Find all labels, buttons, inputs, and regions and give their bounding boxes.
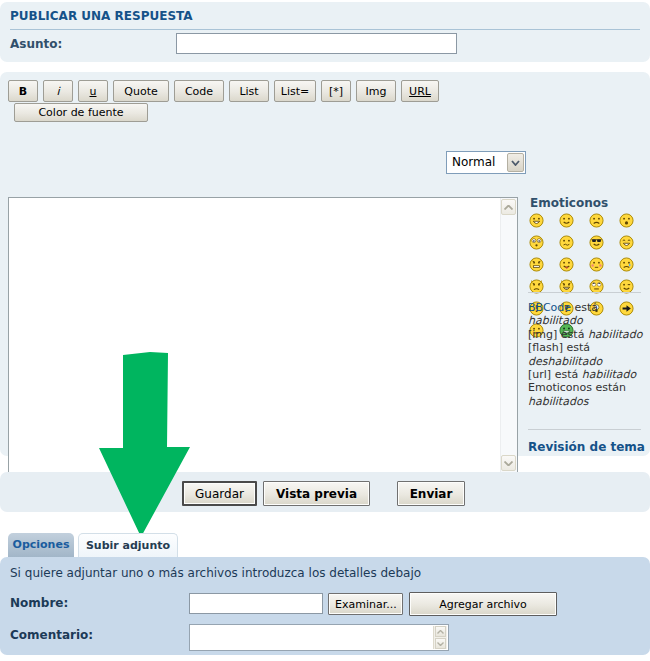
topic-review-link[interactable]: Revisión de tema: [528, 440, 645, 454]
bbcode-status-text: BBCode está habilitado[img] está habilit…: [528, 301, 647, 408]
tab-options[interactable]: Opciones: [8, 533, 74, 557]
font-size-selected-value: Normal: [452, 155, 495, 169]
code-button[interactable]: Code: [174, 80, 224, 102]
bbcode-tag-name: [img]: [528, 328, 557, 341]
message-scrollbar[interactable]: [500, 198, 517, 472]
add-file-button[interactable]: Agregar archivo: [409, 592, 557, 616]
list-button[interactable]: List: [229, 80, 269, 102]
emoticon-biggrin[interactable]: [529, 213, 544, 228]
submit-button[interactable]: Enviar: [397, 481, 465, 506]
subject-input[interactable]: [176, 33, 457, 54]
font-color-button[interactable]: Color de fuente: [14, 103, 148, 122]
bbcode-help-link[interactable]: BBCode: [528, 301, 571, 314]
browse-button[interactable]: Examinar...: [328, 593, 403, 615]
emoticon-mad[interactable]: [529, 257, 544, 272]
comment-label: Comentario:: [10, 628, 93, 642]
list-item-button[interactable]: [*]: [321, 80, 351, 102]
emoticons-title: Emoticonos: [530, 196, 608, 210]
chevron-down-icon[interactable]: [507, 153, 524, 172]
comment-scrollbar: [433, 626, 447, 649]
header-divider: [10, 29, 640, 30]
emoticon-sad[interactable]: [589, 213, 604, 228]
bbcode-tag-name: [flash]: [528, 341, 563, 354]
sidebar-divider-bottom: [528, 429, 641, 430]
save-button[interactable]: Guardar: [182, 481, 257, 506]
filename-input[interactable]: [189, 593, 323, 614]
preview-button[interactable]: Vista previa: [263, 481, 370, 506]
actions-panel: Guardar Vista previa Enviar: [0, 472, 650, 512]
emoticon-surprised[interactable]: [619, 213, 634, 228]
emoticon-confused[interactable]: [559, 235, 574, 250]
spinner-up-icon[interactable]: [435, 626, 446, 637]
font-size-select[interactable]: Normal: [446, 151, 526, 174]
scroll-up-icon[interactable]: [501, 199, 516, 215]
emoticon-cool[interactable]: [589, 235, 604, 250]
comment-textarea[interactable]: [190, 625, 433, 650]
emoticon-razz[interactable]: [559, 257, 574, 272]
quote-button[interactable]: Quote: [113, 80, 169, 102]
spinner-down-icon[interactable]: [435, 638, 446, 649]
subject-label: Asunto:: [10, 37, 62, 51]
emoticon-lol[interactable]: [619, 235, 634, 250]
url-button[interactable]: URL: [401, 80, 439, 102]
comment-field: [189, 624, 449, 651]
editor-panel: BiuQuoteCodeListList=[*]ImgURL Normal Co…: [0, 72, 650, 456]
image-button[interactable]: Img: [356, 80, 396, 102]
emoticon-cry[interactable]: [619, 257, 634, 272]
italic-button[interactable]: i: [43, 80, 73, 102]
emoticon-eek[interactable]: [529, 235, 544, 250]
page-title: PUBLICAR UNA RESPUESTA: [10, 9, 193, 23]
bbcode-tag-name: Emoticonos: [528, 381, 592, 394]
underline-button[interactable]: u: [78, 80, 108, 102]
message-textarea[interactable]: [9, 198, 500, 472]
bbcode-tag-name: [url]: [528, 368, 551, 381]
tab-upload-attachment[interactable]: Subir adjunto: [78, 533, 178, 557]
ordered-list-button[interactable]: List=: [274, 80, 316, 102]
post-header-panel: PUBLICAR UNA RESPUESTA Asunto:: [0, 2, 650, 62]
attachment-panel: Si quiere adjuntar uno o más archivos in…: [0, 557, 650, 655]
emoticon-smile[interactable]: [559, 213, 574, 228]
emoticon-redface[interactable]: [589, 257, 604, 272]
message-editor: [8, 197, 518, 473]
attachment-intro-text: Si quiere adjuntar uno o más archivos in…: [10, 566, 421, 580]
scroll-down-icon[interactable]: [501, 455, 516, 471]
filename-label: Nombre:: [10, 596, 68, 610]
sidebar-divider-top: [528, 292, 641, 293]
bold-button[interactable]: B: [8, 80, 38, 102]
bbcode-toolbar: BiuQuoteCodeListList=[*]ImgURL: [8, 80, 439, 102]
